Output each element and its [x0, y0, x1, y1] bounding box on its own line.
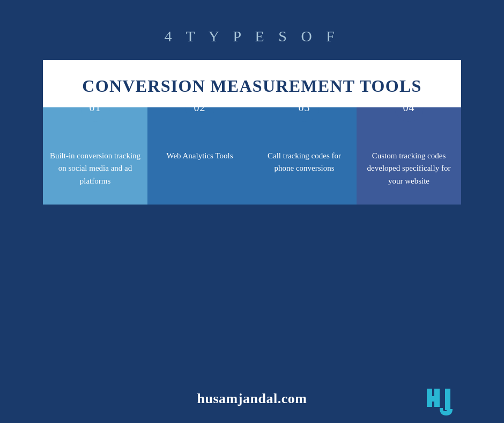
banner-title: CONVERSION MEASUREMENT TOOLS — [64, 75, 440, 97]
hj-logo — [425, 384, 461, 423]
banner: CONVERSION MEASUREMENT TOOLS — [43, 60, 461, 107]
card-1-text: Built-in conversion tracking on social m… — [43, 150, 147, 187]
card-4: 04 Custom tracking codes developed speci… — [357, 107, 461, 205]
card-3: 03 Call tracking codes for phone convers… — [252, 107, 357, 205]
footer-domain: husamjandal.com — [197, 391, 307, 407]
card-4-text: Custom tracking codes developed specific… — [357, 150, 461, 187]
card-1: 01 Built-in conversion tracking on socia… — [43, 107, 147, 205]
card-2-text: Web Analytics Tools — [160, 150, 239, 162]
footer: husamjandal.com — [0, 391, 504, 423]
card-3-text: Call tracking codes for phone conversion… — [252, 150, 357, 175]
card-2: 02 Web Analytics Tools — [147, 107, 252, 205]
svg-rect-3 — [445, 389, 450, 410]
svg-rect-2 — [434, 389, 440, 407]
cards-row: 01 Built-in conversion tracking on socia… — [43, 107, 461, 205]
page-heading: 4 T Y P E S O F — [164, 28, 339, 45]
